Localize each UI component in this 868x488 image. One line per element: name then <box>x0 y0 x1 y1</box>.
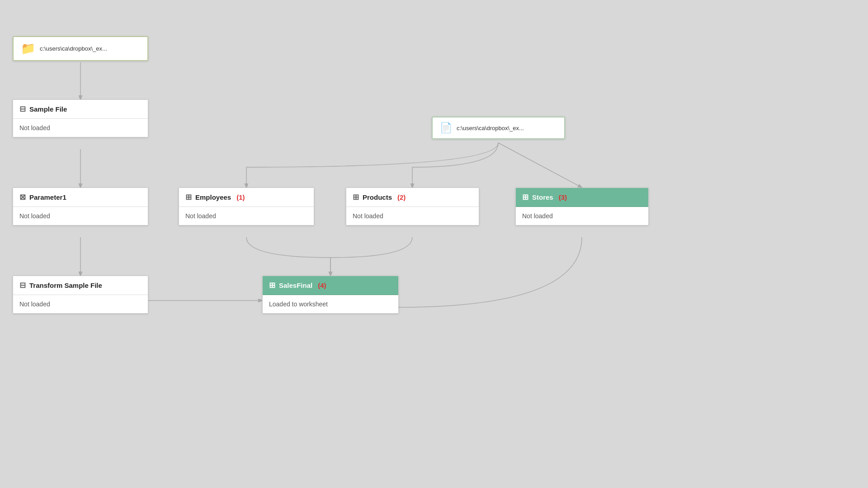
transform-sample-file-node[interactable]: ⊟ Transform Sample File Not loaded <box>13 276 148 314</box>
sales-final-body: Loaded to worksheet <box>263 295 398 313</box>
svg-line-4 <box>498 143 582 188</box>
sales-final-title: SalesFinal <box>279 282 312 289</box>
employees-badge: (1) <box>236 193 245 201</box>
employees-body: Not loaded <box>179 207 314 225</box>
sales-final-icon: ⊞ <box>269 281 275 290</box>
products-badge: (2) <box>397 193 406 201</box>
employees-title: Employees <box>195 193 231 201</box>
folder-icon: 📁 <box>21 42 35 56</box>
products-icon: ⊞ <box>353 192 359 202</box>
transform-sample-file-header: ⊟ Transform Sample File <box>13 276 148 295</box>
sales-final-node[interactable]: ⊞ SalesFinal (4) Loaded to worksheet <box>262 276 399 314</box>
folder-node-top-left[interactable]: 📁 c:\users\ca\dropbox\_ex... <box>13 36 148 61</box>
stores-body: Not loaded <box>516 207 648 225</box>
folder-node-top-right[interactable]: 📄 c:\users\ca\dropbox\_ex... <box>432 117 565 139</box>
file-icon-right: 📄 <box>440 122 452 134</box>
parameter1-body: Not loaded <box>13 207 148 225</box>
employees-node[interactable]: ⊞ Employees (1) Not loaded <box>179 188 314 225</box>
employees-header: ⊞ Employees (1) <box>179 188 314 207</box>
stores-icon: ⊞ <box>522 192 528 202</box>
products-title: Products <box>363 193 392 201</box>
products-header: ⊞ Products (2) <box>346 188 479 207</box>
employees-icon: ⊞ <box>185 192 192 202</box>
sample-file-header: ⊟ Sample File <box>13 100 148 119</box>
products-body: Not loaded <box>346 207 479 225</box>
sample-file-title: Sample File <box>29 105 67 113</box>
sample-file-icon: ⊟ <box>19 104 26 114</box>
sales-final-badge: (4) <box>318 282 326 289</box>
parameter1-node[interactable]: ⊠ Parameter1 Not loaded <box>13 188 148 225</box>
stores-badge: (3) <box>559 193 567 201</box>
transform-sample-file-icon: ⊟ <box>19 281 26 290</box>
parameter1-title: Parameter1 <box>29 193 66 201</box>
stores-title: Stores <box>532 193 553 201</box>
sample-file-node[interactable]: ⊟ Sample File Not loaded <box>13 99 148 137</box>
sample-file-body: Not loaded <box>13 119 148 137</box>
transform-sample-file-body: Not loaded <box>13 295 148 313</box>
folder-path-top-right: c:\users\ca\dropbox\_ex... <box>457 125 524 131</box>
stores-header: ⊞ Stores (3) <box>516 188 648 207</box>
transform-sample-file-title: Transform Sample File <box>29 282 102 289</box>
folder-path-top-left: c:\users\ca\dropbox\_ex... <box>40 45 107 52</box>
parameter1-header: ⊠ Parameter1 <box>13 188 148 207</box>
sales-final-header: ⊞ SalesFinal (4) <box>263 276 398 295</box>
stores-node[interactable]: ⊞ Stores (3) Not loaded <box>515 188 649 225</box>
products-node[interactable]: ⊞ Products (2) Not loaded <box>346 188 479 225</box>
parameter1-icon: ⊠ <box>19 192 26 202</box>
